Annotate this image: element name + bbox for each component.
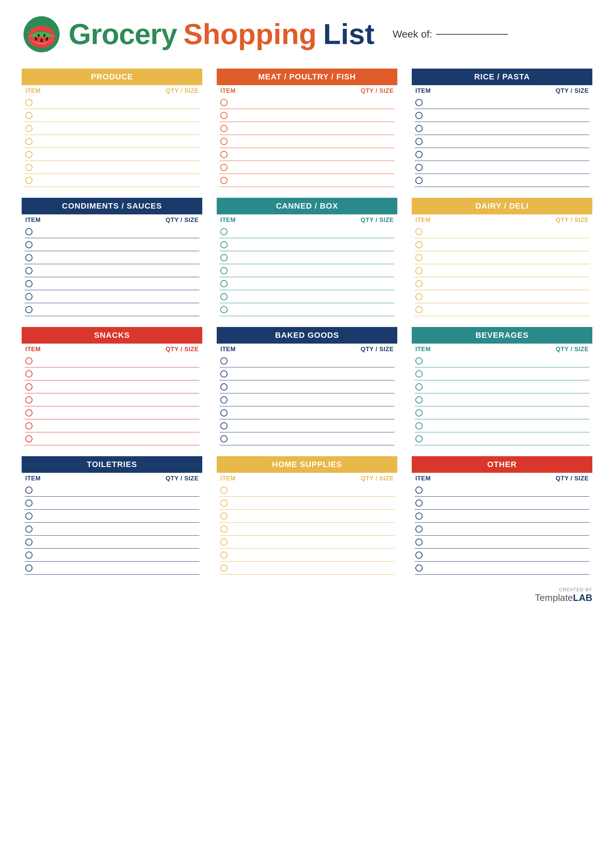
list-item[interactable]: [25, 277, 199, 290]
list-item[interactable]: [415, 122, 589, 135]
checkbox-circle-icon[interactable]: [415, 99, 423, 106]
list-item[interactable]: [415, 536, 589, 549]
checkbox-circle-icon[interactable]: [220, 267, 227, 274]
list-item[interactable]: [415, 96, 589, 109]
checkbox-circle-icon[interactable]: [220, 125, 227, 132]
checkbox-circle-icon[interactable]: [25, 357, 33, 364]
checkbox-circle-icon[interactable]: [415, 552, 423, 559]
list-item[interactable]: [415, 161, 589, 174]
checkbox-circle-icon[interactable]: [25, 396, 33, 403]
checkbox-circle-icon[interactable]: [415, 487, 423, 494]
list-item[interactable]: [219, 161, 395, 174]
checkbox-circle-icon[interactable]: [25, 370, 33, 378]
list-item[interactable]: [25, 96, 199, 109]
list-item[interactable]: [415, 225, 589, 238]
checkbox-circle-icon[interactable]: [25, 306, 33, 313]
checkbox-circle-icon[interactable]: [220, 552, 227, 559]
list-item[interactable]: [25, 394, 199, 406]
checkbox-circle-icon[interactable]: [25, 564, 33, 572]
checkbox-circle-icon[interactable]: [25, 383, 33, 391]
list-item[interactable]: [415, 380, 589, 394]
checkbox-circle-icon[interactable]: [220, 138, 227, 145]
list-item[interactable]: [25, 497, 199, 510]
list-item[interactable]: [25, 354, 199, 367]
list-item[interactable]: [219, 497, 395, 510]
checkbox-circle-icon[interactable]: [25, 112, 33, 119]
list-item[interactable]: [219, 264, 395, 277]
checkbox-circle-icon[interactable]: [220, 228, 227, 235]
list-item[interactable]: [25, 380, 199, 394]
list-item[interactable]: [219, 122, 395, 135]
checkbox-circle-icon[interactable]: [220, 241, 227, 248]
checkbox-circle-icon[interactable]: [220, 409, 227, 417]
checkbox-circle-icon[interactable]: [220, 383, 227, 391]
list-item[interactable]: [219, 536, 395, 549]
checkbox-circle-icon[interactable]: [415, 409, 423, 417]
list-item[interactable]: [415, 303, 589, 316]
checkbox-circle-icon[interactable]: [25, 151, 33, 158]
checkbox-circle-icon[interactable]: [220, 112, 227, 119]
checkbox-circle-icon[interactable]: [415, 164, 423, 171]
checkbox-circle-icon[interactable]: [220, 435, 227, 442]
list-item[interactable]: [219, 561, 395, 575]
checkbox-circle-icon[interactable]: [25, 125, 33, 132]
checkbox-circle-icon[interactable]: [220, 513, 227, 520]
list-item[interactable]: [25, 238, 199, 251]
checkbox-circle-icon[interactable]: [25, 499, 33, 507]
list-item[interactable]: [415, 174, 589, 187]
checkbox-circle-icon[interactable]: [415, 112, 423, 119]
checkbox-circle-icon[interactable]: [25, 513, 33, 520]
list-item[interactable]: [25, 303, 199, 316]
list-item[interactable]: [25, 536, 199, 549]
list-item[interactable]: [415, 367, 589, 380]
list-item[interactable]: [415, 264, 589, 277]
list-item[interactable]: [415, 290, 589, 303]
list-item[interactable]: [415, 238, 589, 251]
checkbox-circle-icon[interactable]: [220, 538, 227, 546]
list-item[interactable]: [25, 406, 199, 419]
checkbox-circle-icon[interactable]: [415, 228, 423, 235]
list-item[interactable]: [219, 394, 395, 406]
list-item[interactable]: [219, 277, 395, 290]
checkbox-circle-icon[interactable]: [415, 435, 423, 442]
checkbox-circle-icon[interactable]: [415, 254, 423, 261]
list-item[interactable]: [25, 561, 199, 575]
checkbox-circle-icon[interactable]: [25, 293, 33, 300]
list-item[interactable]: [415, 484, 589, 497]
list-item[interactable]: [25, 419, 199, 432]
list-item[interactable]: [219, 148, 395, 161]
checkbox-circle-icon[interactable]: [220, 99, 227, 106]
checkbox-circle-icon[interactable]: [25, 435, 33, 442]
checkbox-circle-icon[interactable]: [415, 396, 423, 403]
list-item[interactable]: [219, 484, 395, 497]
list-item[interactable]: [415, 561, 589, 575]
list-item[interactable]: [219, 109, 395, 122]
list-item[interactable]: [219, 290, 395, 303]
list-item[interactable]: [25, 161, 199, 174]
list-item[interactable]: [25, 522, 199, 536]
checkbox-circle-icon[interactable]: [25, 552, 33, 559]
checkbox-circle-icon[interactable]: [25, 254, 33, 261]
list-item[interactable]: [219, 522, 395, 536]
checkbox-circle-icon[interactable]: [220, 422, 227, 429]
list-item[interactable]: [415, 251, 589, 264]
list-item[interactable]: [415, 354, 589, 367]
checkbox-circle-icon[interactable]: [25, 538, 33, 546]
checkbox-circle-icon[interactable]: [220, 306, 227, 313]
checkbox-circle-icon[interactable]: [25, 409, 33, 417]
list-item[interactable]: [219, 549, 395, 561]
checkbox-circle-icon[interactable]: [415, 125, 423, 132]
list-item[interactable]: [25, 549, 199, 561]
checkbox-circle-icon[interactable]: [415, 525, 423, 533]
checkbox-circle-icon[interactable]: [220, 499, 227, 507]
checkbox-circle-icon[interactable]: [415, 241, 423, 248]
list-item[interactable]: [25, 135, 199, 148]
list-item[interactable]: [219, 225, 395, 238]
list-item[interactable]: [219, 135, 395, 148]
checkbox-circle-icon[interactable]: [220, 564, 227, 572]
checkbox-circle-icon[interactable]: [220, 487, 227, 494]
checkbox-circle-icon[interactable]: [415, 513, 423, 520]
list-item[interactable]: [25, 148, 199, 161]
checkbox-circle-icon[interactable]: [25, 99, 33, 106]
checkbox-circle-icon[interactable]: [25, 228, 33, 235]
